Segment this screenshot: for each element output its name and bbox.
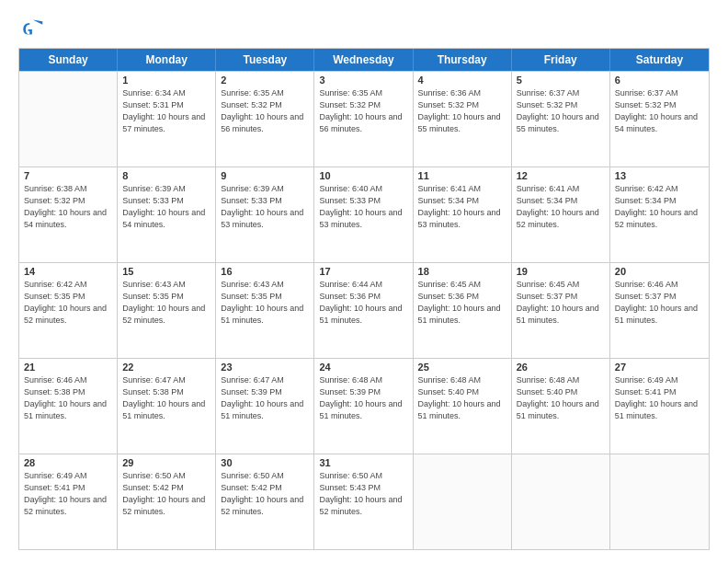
day-info: Sunrise: 6:37 AMSunset: 5:32 PMDaylight:… [615,87,704,135]
weekday-header-monday: Monday [118,49,216,71]
day-number: 30 [221,457,309,468]
day-number: 15 [122,266,210,277]
calendar: SundayMondayTuesdayWednesdayThursdayFrid… [18,48,710,550]
day-number: 7 [24,170,112,181]
day-info: Sunrise: 6:47 AMSunset: 5:38 PMDaylight:… [122,374,210,422]
day-info: Sunrise: 6:43 AMSunset: 5:35 PMDaylight:… [221,279,309,327]
calendar-week-3: 14Sunrise: 6:42 AMSunset: 5:35 PMDayligh… [19,262,709,358]
day-info: Sunrise: 6:49 AMSunset: 5:41 PMDaylight:… [24,470,112,518]
calendar-cell [610,454,709,549]
day-info: Sunrise: 6:40 AMSunset: 5:33 PMDaylight:… [319,183,407,231]
day-info: Sunrise: 6:35 AMSunset: 5:32 PMDaylight:… [221,87,309,135]
day-number: 27 [615,362,704,373]
day-info: Sunrise: 6:50 AMSunset: 5:42 PMDaylight:… [122,470,210,518]
logo-icon [18,17,44,42]
day-info: Sunrise: 6:39 AMSunset: 5:33 PMDaylight:… [122,183,210,231]
logo [18,17,48,42]
day-number: 20 [615,266,704,277]
calendar-cell: 22Sunrise: 6:47 AMSunset: 5:38 PMDayligh… [118,359,216,454]
day-number: 8 [122,170,210,181]
day-number: 12 [517,170,605,181]
calendar-cell: 13Sunrise: 6:42 AMSunset: 5:34 PMDayligh… [610,167,709,262]
calendar-cell: 21Sunrise: 6:46 AMSunset: 5:38 PMDayligh… [19,359,118,454]
calendar-cell: 3Sunrise: 6:35 AMSunset: 5:32 PMDaylight… [314,72,413,167]
day-info: Sunrise: 6:35 AMSunset: 5:32 PMDaylight:… [319,87,407,135]
calendar-cell: 30Sunrise: 6:50 AMSunset: 5:42 PMDayligh… [216,454,314,549]
day-number: 1 [122,75,210,86]
day-info: Sunrise: 6:36 AMSunset: 5:32 PMDaylight:… [418,87,506,135]
weekday-header-tuesday: Tuesday [216,49,314,71]
day-info: Sunrise: 6:34 AMSunset: 5:31 PMDaylight:… [122,87,210,135]
calendar-week-4: 21Sunrise: 6:46 AMSunset: 5:38 PMDayligh… [19,358,709,454]
day-info: Sunrise: 6:41 AMSunset: 5:34 PMDaylight:… [418,183,506,231]
calendar-cell: 7Sunrise: 6:38 AMSunset: 5:32 PMDaylight… [19,167,118,262]
day-info: Sunrise: 6:47 AMSunset: 5:39 PMDaylight:… [221,374,309,422]
day-number: 23 [221,362,309,373]
calendar-cell: 9Sunrise: 6:39 AMSunset: 5:33 PMDaylight… [216,167,314,262]
day-number: 10 [319,170,407,181]
calendar-cell: 4Sunrise: 6:36 AMSunset: 5:32 PMDaylight… [414,72,512,167]
calendar-cell: 2Sunrise: 6:35 AMSunset: 5:32 PMDaylight… [216,72,314,167]
day-info: Sunrise: 6:46 AMSunset: 5:37 PMDaylight:… [615,279,704,327]
day-number: 28 [24,457,112,468]
day-info: Sunrise: 6:42 AMSunset: 5:34 PMDaylight:… [615,183,704,231]
calendar-cell: 6Sunrise: 6:37 AMSunset: 5:32 PMDaylight… [610,72,709,167]
calendar-cell: 12Sunrise: 6:41 AMSunset: 5:34 PMDayligh… [512,167,610,262]
calendar-cell [414,454,512,549]
calendar-header: SundayMondayTuesdayWednesdayThursdayFrid… [19,49,709,71]
day-info: Sunrise: 6:43 AMSunset: 5:35 PMDaylight:… [122,279,210,327]
day-number: 24 [319,362,407,373]
day-number: 11 [418,170,506,181]
day-number: 9 [221,170,309,181]
calendar-cell: 28Sunrise: 6:49 AMSunset: 5:41 PMDayligh… [19,454,118,549]
calendar-cell: 11Sunrise: 6:41 AMSunset: 5:34 PMDayligh… [414,167,512,262]
calendar-cell: 23Sunrise: 6:47 AMSunset: 5:39 PMDayligh… [216,359,314,454]
weekday-header-friday: Friday [512,49,610,71]
day-number: 26 [517,362,605,373]
page: SundayMondayTuesdayWednesdayThursdayFrid… [0,0,728,563]
weekday-header-sunday: Sunday [19,49,118,71]
day-info: Sunrise: 6:37 AMSunset: 5:32 PMDaylight:… [517,87,605,135]
weekday-header-saturday: Saturday [610,49,709,71]
calendar-cell: 31Sunrise: 6:50 AMSunset: 5:43 PMDayligh… [314,454,413,549]
day-number: 13 [615,170,704,181]
day-info: Sunrise: 6:38 AMSunset: 5:32 PMDaylight:… [24,183,112,231]
day-number: 31 [319,457,407,468]
day-number: 2 [221,75,309,86]
calendar-cell: 16Sunrise: 6:43 AMSunset: 5:35 PMDayligh… [216,263,314,358]
day-number: 3 [319,75,407,86]
calendar-cell: 26Sunrise: 6:48 AMSunset: 5:40 PMDayligh… [512,359,610,454]
day-number: 6 [615,75,704,86]
calendar-cell: 25Sunrise: 6:48 AMSunset: 5:40 PMDayligh… [414,359,512,454]
day-number: 22 [122,362,210,373]
day-number: 14 [24,266,112,277]
header [18,17,710,42]
day-info: Sunrise: 6:46 AMSunset: 5:38 PMDaylight:… [24,374,112,422]
calendar-cell: 19Sunrise: 6:45 AMSunset: 5:37 PMDayligh… [512,263,610,358]
day-info: Sunrise: 6:45 AMSunset: 5:36 PMDaylight:… [418,279,506,327]
calendar-cell [512,454,610,549]
day-number: 18 [418,266,506,277]
calendar-cell: 8Sunrise: 6:39 AMSunset: 5:33 PMDaylight… [118,167,216,262]
day-info: Sunrise: 6:48 AMSunset: 5:39 PMDaylight:… [319,374,407,422]
calendar-week-1: 1Sunrise: 6:34 AMSunset: 5:31 PMDaylight… [19,71,709,167]
day-info: Sunrise: 6:42 AMSunset: 5:35 PMDaylight:… [24,279,112,327]
day-info: Sunrise: 6:39 AMSunset: 5:33 PMDaylight:… [221,183,309,231]
day-number: 4 [418,75,506,86]
weekday-header-thursday: Thursday [414,49,512,71]
calendar-cell: 5Sunrise: 6:37 AMSunset: 5:32 PMDaylight… [512,72,610,167]
calendar-cell: 1Sunrise: 6:34 AMSunset: 5:31 PMDaylight… [118,72,216,167]
calendar-cell: 17Sunrise: 6:44 AMSunset: 5:36 PMDayligh… [314,263,413,358]
calendar-cell: 15Sunrise: 6:43 AMSunset: 5:35 PMDayligh… [118,263,216,358]
day-info: Sunrise: 6:48 AMSunset: 5:40 PMDaylight:… [517,374,605,422]
calendar-cell: 24Sunrise: 6:48 AMSunset: 5:39 PMDayligh… [314,359,413,454]
day-info: Sunrise: 6:41 AMSunset: 5:34 PMDaylight:… [517,183,605,231]
calendar-cell: 10Sunrise: 6:40 AMSunset: 5:33 PMDayligh… [314,167,413,262]
calendar-cell: 29Sunrise: 6:50 AMSunset: 5:42 PMDayligh… [118,454,216,549]
day-info: Sunrise: 6:50 AMSunset: 5:42 PMDaylight:… [221,470,309,518]
day-number: 16 [221,266,309,277]
calendar-cell: 18Sunrise: 6:45 AMSunset: 5:36 PMDayligh… [414,263,512,358]
calendar-cell [19,72,118,167]
calendar-cell: 14Sunrise: 6:42 AMSunset: 5:35 PMDayligh… [19,263,118,358]
day-info: Sunrise: 6:48 AMSunset: 5:40 PMDaylight:… [418,374,506,422]
